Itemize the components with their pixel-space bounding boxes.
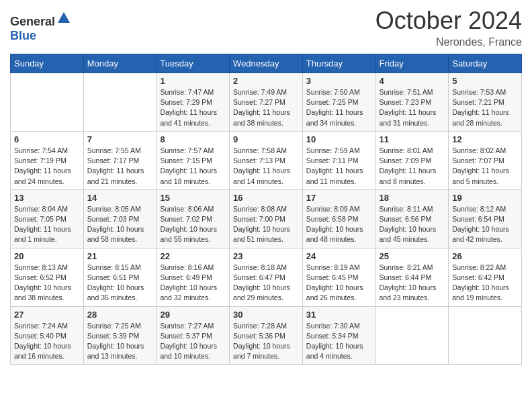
calendar-cell: 1Sunrise: 7:47 AMSunset: 7:29 PMDaylight…: [157, 73, 230, 132]
day-detail: Sunrise: 8:08 AMSunset: 7:00 PMDaylight:…: [233, 204, 299, 245]
logo-icon: [56, 11, 71, 26]
day-number: 11: [380, 134, 445, 144]
day-detail: Sunrise: 8:22 AMSunset: 6:42 PMDaylight:…: [452, 263, 518, 304]
day-detail: Sunrise: 7:47 AMSunset: 7:29 PMDaylight:…: [160, 87, 226, 128]
calendar-cell: 8Sunrise: 7:57 AMSunset: 7:15 PMDaylight…: [157, 131, 230, 189]
calendar-cell: 12Sunrise: 8:02 AMSunset: 7:07 PMDayligh…: [449, 131, 522, 189]
calendar-week-row: 6Sunrise: 7:54 AMSunset: 7:19 PMDaylight…: [11, 131, 522, 189]
day-number: 13: [14, 193, 80, 203]
day-detail: Sunrise: 7:27 AMSunset: 5:37 PMDaylight:…: [160, 321, 226, 362]
day-number: 31: [306, 310, 372, 320]
calendar-cell: 27Sunrise: 7:24 AMSunset: 5:40 PMDayligh…: [11, 306, 84, 365]
day-detail: Sunrise: 8:06 AMSunset: 7:02 PMDaylight:…: [160, 204, 226, 245]
day-header-thursday: Thursday: [302, 54, 375, 73]
day-detail: Sunrise: 7:58 AMSunset: 7:13 PMDaylight:…: [233, 146, 299, 187]
day-number: 15: [160, 193, 226, 203]
calendar-week-row: 1Sunrise: 7:47 AMSunset: 7:29 PMDaylight…: [11, 73, 522, 132]
day-detail: Sunrise: 7:54 AMSunset: 7:19 PMDaylight:…: [14, 146, 80, 187]
day-number: 1: [160, 76, 226, 86]
day-number: 10: [306, 134, 372, 144]
calendar-cell: 19Sunrise: 8:12 AMSunset: 6:54 PMDayligh…: [449, 189, 522, 248]
calendar-table: SundayMondayTuesdayWednesdayThursdayFrid…: [10, 54, 522, 365]
day-detail: Sunrise: 7:53 AMSunset: 7:21 PMDaylight:…: [452, 87, 518, 128]
day-detail: Sunrise: 8:05 AMSunset: 7:03 PMDaylight:…: [87, 204, 153, 245]
day-detail: Sunrise: 8:21 AMSunset: 6:44 PMDaylight:…: [380, 263, 445, 304]
day-number: 23: [233, 251, 299, 261]
calendar-cell: 28Sunrise: 7:25 AMSunset: 5:39 PMDayligh…: [83, 306, 157, 365]
day-number: 5: [452, 76, 518, 86]
day-header-monday: Monday: [83, 54, 157, 73]
day-number: 19: [452, 193, 518, 203]
day-number: 24: [306, 251, 372, 261]
svg-marker-0: [58, 12, 70, 23]
day-detail: Sunrise: 7:49 AMSunset: 7:27 PMDaylight:…: [233, 87, 299, 128]
calendar-cell: 7Sunrise: 7:55 AMSunset: 7:17 PMDaylight…: [83, 131, 157, 189]
day-detail: Sunrise: 8:13 AMSunset: 6:52 PMDaylight:…: [14, 263, 80, 304]
day-header-friday: Friday: [375, 54, 449, 73]
calendar-cell: 3Sunrise: 7:50 AMSunset: 7:25 PMDaylight…: [302, 73, 375, 132]
day-number: 25: [380, 251, 445, 261]
day-number: 4: [380, 76, 445, 86]
calendar-cell: [375, 306, 449, 365]
day-detail: Sunrise: 7:24 AMSunset: 5:40 PMDaylight:…: [14, 321, 80, 362]
calendar-cell: 18Sunrise: 8:11 AMSunset: 6:56 PMDayligh…: [375, 189, 449, 248]
logo: General Blue: [10, 11, 71, 43]
calendar-cell: 16Sunrise: 8:08 AMSunset: 7:00 PMDayligh…: [230, 189, 303, 248]
day-detail: Sunrise: 8:04 AMSunset: 7:05 PMDaylight:…: [14, 204, 80, 245]
day-header-wednesday: Wednesday: [230, 54, 303, 73]
calendar-cell: 5Sunrise: 7:53 AMSunset: 7:21 PMDaylight…: [449, 73, 522, 132]
day-number: 8: [160, 134, 226, 144]
day-detail: Sunrise: 8:09 AMSunset: 6:58 PMDaylight:…: [306, 204, 372, 245]
day-detail: Sunrise: 8:18 AMSunset: 6:47 PMDaylight:…: [233, 263, 299, 304]
calendar-cell: 15Sunrise: 8:06 AMSunset: 7:02 PMDayligh…: [157, 189, 230, 248]
calendar-cell: 6Sunrise: 7:54 AMSunset: 7:19 PMDaylight…: [11, 131, 84, 189]
day-detail: Sunrise: 7:50 AMSunset: 7:25 PMDaylight:…: [306, 87, 372, 128]
day-detail: Sunrise: 8:02 AMSunset: 7:07 PMDaylight:…: [452, 146, 518, 187]
day-detail: Sunrise: 8:16 AMSunset: 6:49 PMDaylight:…: [160, 263, 226, 304]
calendar-cell: [11, 73, 84, 132]
calendar-cell: 22Sunrise: 8:16 AMSunset: 6:49 PMDayligh…: [157, 248, 230, 306]
calendar-cell: 20Sunrise: 8:13 AMSunset: 6:52 PMDayligh…: [11, 248, 84, 306]
day-number: 14: [87, 193, 153, 203]
day-number: 30: [233, 310, 299, 320]
day-number: 12: [452, 134, 518, 144]
calendar-body: 1Sunrise: 7:47 AMSunset: 7:29 PMDaylight…: [11, 73, 522, 365]
calendar-cell: 9Sunrise: 7:58 AMSunset: 7:13 PMDaylight…: [230, 131, 303, 189]
calendar-cell: 13Sunrise: 8:04 AMSunset: 7:05 PMDayligh…: [11, 189, 84, 248]
day-detail: Sunrise: 8:19 AMSunset: 6:45 PMDaylight:…: [306, 263, 372, 304]
header: General Blue October 2024 Nerondes, Fran…: [10, 7, 522, 48]
calendar-cell: 30Sunrise: 7:28 AMSunset: 5:36 PMDayligh…: [230, 306, 303, 365]
day-detail: Sunrise: 7:59 AMSunset: 7:11 PMDaylight:…: [306, 146, 372, 187]
day-number: 21: [87, 251, 153, 261]
logo-text: General Blue: [10, 11, 71, 43]
day-detail: Sunrise: 7:28 AMSunset: 5:36 PMDaylight:…: [233, 321, 299, 362]
calendar-cell: 21Sunrise: 8:15 AMSunset: 6:51 PMDayligh…: [83, 248, 157, 306]
day-header-tuesday: Tuesday: [157, 54, 230, 73]
day-number: 9: [233, 134, 299, 144]
day-detail: Sunrise: 7:55 AMSunset: 7:17 PMDaylight:…: [87, 146, 153, 187]
calendar-cell: 25Sunrise: 8:21 AMSunset: 6:44 PMDayligh…: [375, 248, 449, 306]
day-number: 20: [14, 251, 80, 261]
calendar-week-row: 20Sunrise: 8:13 AMSunset: 6:52 PMDayligh…: [11, 248, 522, 306]
day-number: 22: [160, 251, 226, 261]
calendar-cell: 24Sunrise: 8:19 AMSunset: 6:45 PMDayligh…: [302, 248, 375, 306]
calendar-cell: 10Sunrise: 7:59 AMSunset: 7:11 PMDayligh…: [302, 131, 375, 189]
calendar-cell: [449, 306, 522, 365]
calendar-cell: 17Sunrise: 8:09 AMSunset: 6:58 PMDayligh…: [302, 189, 375, 248]
calendar-cell: 11Sunrise: 8:01 AMSunset: 7:09 PMDayligh…: [375, 131, 449, 189]
day-detail: Sunrise: 7:57 AMSunset: 7:15 PMDaylight:…: [160, 146, 226, 187]
month-title: October 2024: [375, 7, 522, 35]
day-number: 16: [233, 193, 299, 203]
day-header-saturday: Saturday: [449, 54, 522, 73]
day-number: 2: [233, 76, 299, 86]
day-number: 27: [14, 310, 80, 320]
day-detail: Sunrise: 7:25 AMSunset: 5:39 PMDaylight:…: [87, 321, 153, 362]
calendar-cell: 14Sunrise: 8:05 AMSunset: 7:03 PMDayligh…: [83, 189, 157, 248]
day-header-sunday: Sunday: [11, 54, 84, 73]
day-detail: Sunrise: 8:11 AMSunset: 6:56 PMDaylight:…: [380, 204, 445, 245]
calendar-cell: [83, 73, 157, 132]
day-number: 26: [452, 251, 518, 261]
calendar-cell: 31Sunrise: 7:30 AMSunset: 5:34 PMDayligh…: [302, 306, 375, 365]
day-number: 29: [160, 310, 226, 320]
day-number: 3: [306, 76, 372, 86]
